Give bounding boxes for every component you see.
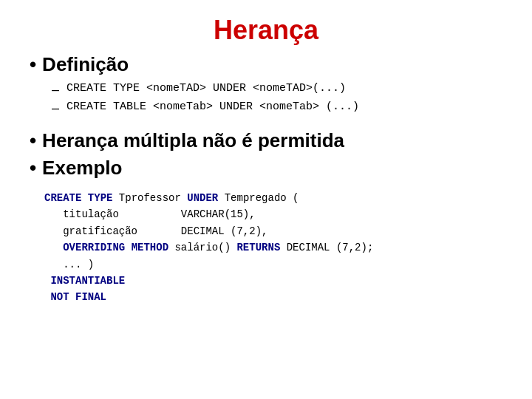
code-line-7: NOT FINAL [44,289,502,305]
exemplo-item: • Exemplo [30,157,502,180]
page-title: Herança [30,15,502,46]
dash-text-1: CREATE TYPE <nomeTAD> UNDER <nomeTAD>(..… [66,82,346,95]
definicao-bullet: • [30,53,36,76]
create-keyword-2: CREATE TABLE <nomeTab> UNDER <nomeTab> (… [66,100,359,113]
dash-symbol-2: – [52,100,59,116]
code-line-3: gratificação DECIMAL (7,2), [44,223,502,239]
code-line-5: ... ) [44,256,502,273]
code-line-2: titulação VARCHAR(15), [44,206,502,222]
dash-item-1: – CREATE TYPE <nomeTAD> UNDER <nomeTAD>(… [52,82,502,98]
dash-symbol-1: – [52,82,59,98]
code-block: CREATE TYPE Tprofessor UNDER Tempregado … [44,190,502,306]
code-line-1: CREATE TYPE Tprofessor UNDER Tempregado … [44,190,502,206]
dash-text-2: CREATE TABLE <nomeTab> UNDER <nomeTab> (… [66,100,359,113]
code-line-4: OVERRIDING METHOD salário() RETURNS DECI… [44,239,502,256]
definicao-header: • Definição [30,53,502,76]
multipla-label: Herança múltipla não é permitida [42,129,344,152]
page: Herança • Definição – CREATE TYPE <nomeT… [0,0,532,399]
exemplo-bullet: • [30,157,36,180]
dash-item-2: – CREATE TABLE <nomeTab> UNDER <nomeTab>… [52,100,502,116]
exemplo-label: Exemplo [42,157,122,180]
multipla-item: • Herança múltipla não é permitida [30,129,502,152]
definicao-label: Definição [42,53,129,76]
code-line-6: INSTANTIABLE [44,273,502,289]
multipla-bullet: • [30,129,36,152]
create-keyword-1: CREATE TYPE <nomeTAD> UNDER <nomeTAD>(..… [66,82,346,95]
